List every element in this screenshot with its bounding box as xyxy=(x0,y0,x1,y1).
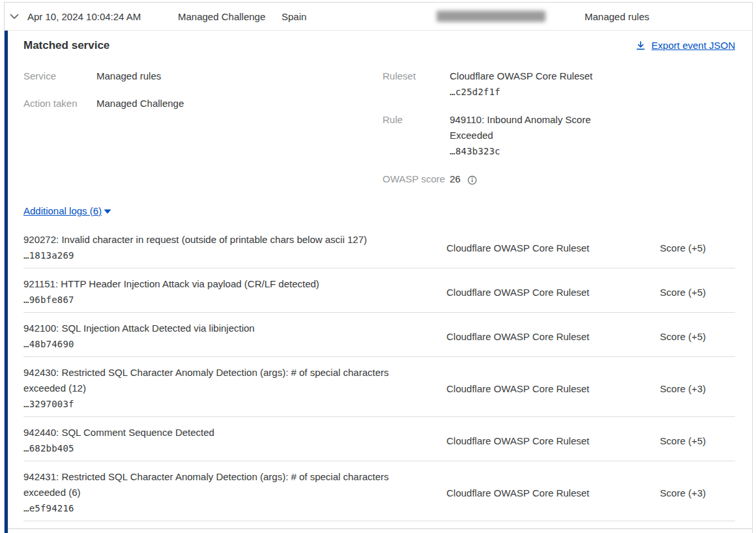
field-rule: Rule 949110: Inbound Anomaly Score Excee… xyxy=(383,112,735,159)
log-score: Score (+5) xyxy=(657,331,735,342)
event-country: Spain xyxy=(282,11,306,22)
redacted-value xyxy=(437,11,545,22)
log-ruleset: Cloudflare OWASP Core Ruleset xyxy=(446,487,657,498)
log-rule-id: …48b74690 xyxy=(23,336,427,352)
field-service: Service Managed rules xyxy=(23,68,383,84)
event-detail-panel: Matched service Export event JSON Servic… xyxy=(5,39,752,521)
download-icon xyxy=(635,40,646,51)
log-rule-id: …682bb405 xyxy=(23,440,427,456)
additional-logs-label: Additional logs (6) xyxy=(23,205,102,216)
log-ruleset: Cloudflare OWASP Core Ruleset xyxy=(446,242,657,253)
field-action-taken: Action taken Managed Challenge xyxy=(23,96,383,111)
panel-bottom-divider xyxy=(8,528,752,529)
additional-logs-toggle[interactable]: Additional logs (6) xyxy=(23,205,102,216)
log-row: 942440: SQL Comment Sequence Detected …6… xyxy=(23,417,735,461)
expanded-row-accent-bar xyxy=(5,31,8,533)
log-row: 942430: Restricted SQL Character Anomaly… xyxy=(23,357,735,417)
log-description: 942100: SQL Injection Attack Detected vi… xyxy=(23,321,427,336)
log-row: 920272: Invalid character in request (ou… xyxy=(23,224,735,268)
panel-title: Matched service xyxy=(23,39,109,52)
chevron-down-icon[interactable] xyxy=(9,13,20,20)
field-rule-id: …843b323c xyxy=(450,143,613,159)
field-owasp-score-value: 26 xyxy=(450,171,461,187)
field-ruleset-id: …c25d2f1f xyxy=(450,84,613,100)
field-action-taken-label: Action taken xyxy=(23,96,96,111)
log-score: Score (+3) xyxy=(657,487,735,498)
field-ruleset-label: Ruleset xyxy=(383,68,450,100)
log-description: 942430: Restricted SQL Character Anomaly… xyxy=(23,365,427,396)
field-rule-value: 949110: Inbound Anomaly Score Exceeded xyxy=(450,112,613,143)
log-score: Score (+3) xyxy=(657,383,735,394)
log-score: Score (+5) xyxy=(657,287,735,298)
event-detail-card: Apr 10, 2024 10:04:24 AM Managed Challen… xyxy=(4,2,753,533)
export-event-json-label: Export event JSON xyxy=(652,40,735,51)
log-ruleset: Cloudflare OWASP Core Ruleset xyxy=(446,435,657,446)
field-ruleset: Ruleset Cloudflare OWASP Core Ruleset …c… xyxy=(383,68,735,100)
log-ruleset: Cloudflare OWASP Core Ruleset xyxy=(446,383,657,394)
log-rule-id: …3297003f xyxy=(23,396,427,412)
caret-down-icon[interactable] xyxy=(104,209,111,214)
event-timestamp: Apr 10, 2024 10:04:24 AM xyxy=(27,11,141,22)
log-rule-id: …e5f94216 xyxy=(23,500,427,516)
log-description: 942431: Restricted SQL Character Anomaly… xyxy=(23,469,427,500)
log-description: 921151: HTTP Header Injection Attack via… xyxy=(23,276,427,292)
export-event-json-link[interactable]: Export event JSON xyxy=(635,40,735,51)
field-service-label: Service xyxy=(23,68,96,84)
log-score: Score (+5) xyxy=(657,242,735,253)
field-owasp-score: OWASP score 26 xyxy=(383,171,735,187)
log-score: Score (+5) xyxy=(657,435,735,446)
log-ruleset: Cloudflare OWASP Core Ruleset xyxy=(446,331,657,342)
field-ruleset-value: Cloudflare OWASP Core Ruleset xyxy=(450,68,613,84)
event-action: Managed Challenge xyxy=(178,11,265,22)
field-rule-label: Rule xyxy=(383,112,450,159)
field-action-taken-value: Managed Challenge xyxy=(96,96,184,111)
field-owasp-score-label: OWASP score xyxy=(383,171,450,187)
log-rule-id: …96bfe867 xyxy=(23,292,427,308)
log-row: 942431: Restricted SQL Character Anomaly… xyxy=(23,461,735,521)
additional-logs-table: 920272: Invalid character in request (ou… xyxy=(23,224,735,521)
log-row: 921151: HTTP Header Injection Attack via… xyxy=(23,268,735,313)
event-service: Managed rules xyxy=(585,11,649,22)
log-description: 942440: SQL Comment Sequence Detected xyxy=(23,425,427,440)
log-ruleset: Cloudflare OWASP Core Ruleset xyxy=(446,287,657,298)
log-description: 920272: Invalid character in request (ou… xyxy=(23,232,427,248)
log-row: 942100: SQL Injection Attack Detected vi… xyxy=(23,313,735,357)
event-row-header[interactable]: Apr 10, 2024 10:04:24 AM Managed Challen… xyxy=(5,3,752,31)
info-icon[interactable] xyxy=(467,175,477,185)
field-service-value: Managed rules xyxy=(96,68,161,84)
log-rule-id: …1813a269 xyxy=(23,248,427,263)
